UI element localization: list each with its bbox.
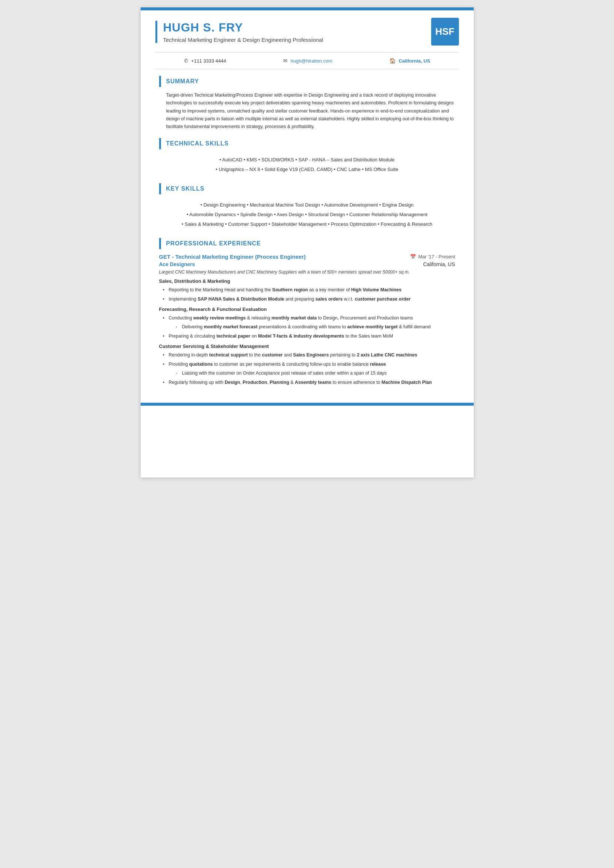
bullet-item: Preparing & circulating technical paper … [163,332,455,340]
calendar-icon: 📅 [410,254,416,259]
contact-location: 🏠 California, US [389,58,430,64]
contact-email: ✉ hugh@hiration.com [283,58,332,64]
email-icon: ✉ [283,58,288,64]
key-skills-section: KEY SKILLS • Design Engineering • Mechan… [141,180,474,234]
key-skills-header: KEY SKILLS [159,183,455,194]
contact-phone: ✆ +111 3333 4444 [184,58,226,64]
subsection-title-customer: Customer Servicing & Stakeholder Managem… [159,344,455,349]
bullet-item: Providing quotations to customer as per … [163,361,455,377]
job-title: GET - Technical Marketing Engineer (Proc… [159,254,306,260]
bullet-item: Conducting weekly review meetings & rele… [163,314,455,330]
phone-icon: ✆ [184,58,188,64]
job-entry: GET - Technical Marketing Engineer (Proc… [159,254,455,386]
email-link[interactable]: hugh@hiration.com [290,58,332,64]
location-text: California, US [398,58,430,64]
bullet-item: Implementing SAP HANA Sales & Distributi… [163,295,455,303]
sub-bullets: Delivering monthly market forecast prese… [169,323,455,330]
summary-section: SUMMARY Target-driven Technical Marketin… [141,69,474,134]
summary-header: SUMMARY [159,76,455,87]
job-location: California, US [423,261,455,267]
top-accent-bar [141,8,474,10]
subsection-title-sales: Sales, Distribution & Marketing [159,278,455,284]
experience-accent-bar [159,238,161,249]
subsection-title-forecasting: Forecasting, Research & Functional Evalu… [159,307,455,312]
technical-skills-line1: • AutoCAD • KMS • SOLIDWORKS • SAP - HAN… [159,155,455,165]
summary-text: Target-driven Technical Marketing/Proces… [159,91,455,131]
key-skills-accent-bar [159,183,161,194]
phone-number: +111 3333 4444 [191,58,226,64]
forecasting-bullets: Conducting weekly review meetings & rele… [159,314,455,340]
sub-bullet-item: Delivering monthly market forecast prese… [176,323,455,330]
technical-skills-title: TECHNICAL SKILLS [166,140,229,147]
company-name: Ace Designers [159,261,195,267]
contact-bar: ✆ +111 3333 4444 ✉ hugh@hiration.com 🏠 C… [141,53,474,69]
job-header: GET - Technical Marketing Engineer (Proc… [159,254,455,260]
name-title-block: HUGH S. FRY Technical Marketing Engineer… [155,21,324,43]
key-skills-line3: • Sales & Marketing • Customer Support •… [159,220,455,229]
sub-bullet-item: Liaising with the customer on Order Acce… [176,369,455,377]
job-date: 📅 Mar '17 - Present [410,254,455,259]
experience-header: PROFESSIONAL EXPERIENCE [159,238,455,249]
bullet-item: Regularly following up with Design, Prod… [163,379,455,386]
company-row: Ace Designers California, US [159,261,455,267]
company-description: Largest CNC Machinery Manufacturers and … [159,270,455,274]
avatar: HSF [431,18,459,45]
technical-skills-list: • AutoCAD • KMS • SOLIDWORKS • SAP - HAN… [159,153,455,176]
technical-skills-section: TECHNICAL SKILLS • AutoCAD • KMS • SOLID… [141,134,474,180]
customer-bullets: Rendering in-depth technical support to … [159,351,455,386]
resume-document: HUGH S. FRY Technical Marketing Engineer… [141,8,474,477]
candidate-title: Technical Marketing Engineer & Design En… [163,37,324,43]
header-section: HUGH S. FRY Technical Marketing Engineer… [141,10,474,45]
experience-title: PROFESSIONAL EXPERIENCE [166,240,261,247]
bottom-accent-bar [141,403,474,406]
summary-title: SUMMARY [166,78,199,85]
location-icon: 🏠 [389,58,395,64]
key-skills-line1: • Design Engineering • Mechanical Machin… [159,200,455,210]
summary-accent-bar [159,76,161,87]
candidate-name: HUGH S. FRY [163,21,324,34]
key-skills-line2: • Automobile Dynamics • Spindle Design •… [159,210,455,220]
experience-section: PROFESSIONAL EXPERIENCE GET - Technical … [141,234,474,392]
technical-skills-accent-bar [159,138,161,149]
date-range: Mar '17 - Present [418,254,455,259]
sub-bullets: Liaising with the customer on Order Acce… [169,369,455,377]
key-skills-title: KEY SKILLS [166,186,205,192]
sales-bullets: Reporting to the Marketing Head and hand… [159,286,455,303]
technical-skills-line2: • Unigraphics – NX 8 • Solid Edge V19 (C… [159,165,455,174]
technical-skills-header: TECHNICAL SKILLS [159,138,455,149]
key-skills-list: • Design Engineering • Mechanical Machin… [159,199,455,231]
bullet-item: Rendering in-depth technical support to … [163,351,455,359]
bullet-item: Reporting to the Marketing Head and hand… [163,286,455,293]
